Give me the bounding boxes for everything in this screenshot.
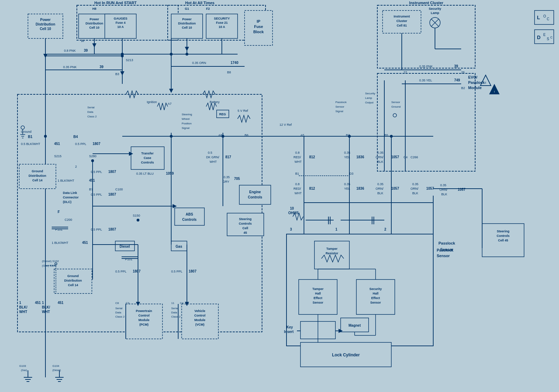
svg-text:5 V Ref: 5 V Ref <box>238 109 248 112</box>
svg-text:Engine: Engine <box>249 190 261 194</box>
svg-text:Steering: Steering <box>497 230 509 233</box>
svg-text:H8: H8 <box>92 7 96 10</box>
svg-text:0.5 BLK/WHT: 0.5 BLK/WHT <box>21 142 41 146</box>
svg-text:0.5 PPL: 0.5 PPL <box>115 270 126 273</box>
svg-text:Ground: Ground <box>391 105 401 108</box>
svg-text:451: 451 <box>89 179 95 182</box>
svg-text:0.35 LT BLU: 0.35 LT BLU <box>136 172 154 175</box>
svg-text:3: 3 <box>290 227 292 231</box>
svg-text:Magnet: Magnet <box>349 324 361 327</box>
svg-text:!: ! <box>485 81 486 85</box>
svg-text:C100: C100 <box>115 188 123 191</box>
svg-text:Control: Control <box>138 314 150 317</box>
svg-text:Signal: Signal <box>182 126 189 130</box>
svg-text:Controls: Controls <box>182 218 197 222</box>
svg-text:Distribution: Distribution <box>36 22 55 26</box>
svg-text:0.5: 0.5 <box>208 151 212 154</box>
svg-text:J7: J7 <box>81 39 85 43</box>
svg-text:Sensor: Sensor <box>437 254 450 258</box>
svg-text:Data Link: Data Link <box>63 191 78 195</box>
svg-text:0.35: 0.35 <box>412 182 419 186</box>
svg-text:0.8: 0.8 <box>295 182 300 186</box>
svg-text:26: 26 <box>461 71 465 74</box>
svg-rect-272 <box>314 241 349 269</box>
svg-text:1057: 1057 <box>426 187 434 190</box>
svg-text:GRY: GRY <box>223 180 229 183</box>
svg-text:1 BLK/WHT: 1 BLK/WHT <box>58 179 74 182</box>
svg-text:Cell: Cell <box>242 226 248 230</box>
svg-text:Serial: Serial <box>87 106 95 109</box>
svg-text:Control: Control <box>194 314 205 317</box>
svg-text:1057: 1057 <box>458 188 466 191</box>
svg-text:Controls: Controls <box>248 195 262 199</box>
svg-text:Security: Security <box>365 92 375 95</box>
svg-text:749: 749 <box>454 78 460 82</box>
svg-text:1807: 1807 <box>189 269 197 273</box>
svg-text:Cell 10: Cell 10 <box>40 27 51 31</box>
svg-text:Tamper: Tamper <box>326 247 337 251</box>
svg-text:1: 1 <box>335 227 337 231</box>
svg-text:Power: Power <box>182 17 192 21</box>
svg-text:Lamp: Lamp <box>365 96 372 100</box>
svg-text:Ground: Ground <box>32 169 43 173</box>
svg-text:A7: A7 <box>168 102 172 106</box>
svg-text:0.35: 0.35 <box>377 151 384 154</box>
svg-point-54 <box>44 135 47 138</box>
svg-text:ORN/: ORN/ <box>440 188 448 191</box>
svg-text:1057: 1057 <box>391 187 399 190</box>
svg-text:Hot In RUN And START: Hot In RUN And START <box>94 1 137 5</box>
svg-text:0.35: 0.35 <box>224 175 230 179</box>
svg-text:EVO/: EVO/ <box>468 75 477 79</box>
svg-text:BLK: BLK <box>412 191 418 195</box>
svg-text:817: 817 <box>225 155 231 159</box>
svg-text:Controls: Controls <box>239 222 252 225</box>
svg-text:1059: 1059 <box>166 172 174 175</box>
svg-text:0.5 PPL: 0.5 PPL <box>75 142 86 146</box>
svg-text:Passlock: Passlock <box>335 101 347 104</box>
svg-text:Sensor: Sensor <box>391 101 400 104</box>
svg-text:BLK: BLK <box>377 191 383 195</box>
svg-text:Class 2: Class 2 <box>115 315 125 318</box>
svg-text:G103: G103 <box>19 364 26 368</box>
svg-text:C266: C266 <box>411 155 418 159</box>
svg-text:!: ! <box>494 90 495 93</box>
svg-text:ORN/: ORN/ <box>376 187 384 190</box>
svg-text:(DLC): (DLC) <box>63 200 72 204</box>
svg-text:WHT: WHT <box>42 310 50 314</box>
svg-text:Cell 14: Cell 14 <box>32 179 42 182</box>
svg-text:SECURITY: SECURITY <box>214 17 230 20</box>
svg-text:705: 705 <box>234 177 240 181</box>
svg-text:S280: S280 <box>89 154 96 158</box>
svg-text:O: O <box>543 14 546 18</box>
svg-text:Data: Data <box>87 110 93 114</box>
svg-text:REG: REG <box>219 112 226 116</box>
svg-text:Cell 81: Cell 81 <box>397 24 407 27</box>
svg-text:D3: D3 <box>349 172 354 175</box>
svg-text:ORN/: ORN/ <box>376 155 384 159</box>
svg-text:0.8 PNK: 0.8 PNK <box>64 49 76 52</box>
svg-text:P101: P101 <box>125 257 132 261</box>
svg-text:Serial: Serial <box>115 307 123 310</box>
svg-text:B8: B8 <box>227 71 231 74</box>
svg-text:10 A: 10 A <box>117 25 124 29</box>
svg-text:Distribution: Distribution <box>29 174 46 177</box>
svg-text:L: L <box>537 15 540 20</box>
svg-text:Cluster: Cluster <box>396 19 407 23</box>
svg-text:(PCM): (PCM) <box>139 323 148 326</box>
svg-text:ABS: ABS <box>186 212 193 216</box>
svg-text:Ignition: Ignition <box>147 100 157 104</box>
svg-text:39: 39 <box>454 64 458 68</box>
svg-text:Steering: Steering <box>239 217 252 221</box>
svg-text:Instrument Cluster: Instrument Cluster <box>409 1 444 5</box>
svg-text:S215: S215 <box>54 154 61 158</box>
svg-text:(Diesel) S102: (Diesel) S102 <box>42 260 59 263</box>
svg-point-372 <box>170 135 173 138</box>
svg-text:Data: Data <box>171 311 177 314</box>
svg-text:0.35 ORN: 0.35 ORN <box>192 61 206 65</box>
svg-text:Data: Data <box>115 311 121 314</box>
svg-text:Cell 10: Cell 10 <box>89 26 99 29</box>
svg-text:451: 451 <box>35 301 41 305</box>
svg-text:Output: Output <box>365 101 374 104</box>
svg-text:G104: G104 <box>52 364 59 368</box>
svg-text:451: 451 <box>54 142 60 146</box>
